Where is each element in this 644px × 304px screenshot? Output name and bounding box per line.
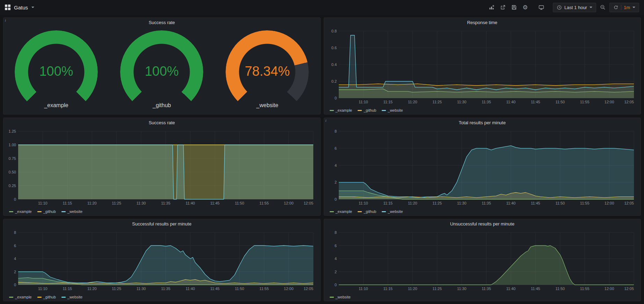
dashboard-grid: i Success rate 100% _example 100% _githu… bbox=[0, 15, 644, 304]
svg-text:0.2: 0.2 bbox=[331, 79, 336, 83]
chevron-down-icon bbox=[632, 7, 635, 8]
panel-title[interactable]: Unsuccessful results per minute bbox=[324, 219, 641, 229]
successful-results-chart[interactable]: 0246811:1011:1511:2011:2511:3011:3511:40… bbox=[6, 229, 318, 293]
svg-text:11:30: 11:30 bbox=[137, 287, 146, 291]
cycle-view-mode-button[interactable] bbox=[537, 3, 546, 12]
chart-svg: 0246811:1011:1511:2011:2511:3011:3511:40… bbox=[6, 229, 318, 292]
time-range-label: Last 1 hour bbox=[564, 5, 587, 10]
total-results-chart[interactable]: 0246811:1011:1511:2011:2511:3011:3511:40… bbox=[326, 128, 639, 208]
svg-text:2: 2 bbox=[334, 270, 336, 274]
legend: _website bbox=[324, 293, 641, 301]
svg-text:11:35: 11:35 bbox=[482, 201, 491, 205]
legend-item[interactable]: _website bbox=[61, 295, 82, 299]
time-range-picker[interactable]: Last 1 hour bbox=[553, 3, 596, 12]
legend-series-name: _website bbox=[67, 209, 82, 214]
dashboard-settings-button[interactable]: ⚙ bbox=[521, 3, 530, 12]
chevron-down-icon bbox=[31, 7, 34, 8]
legend-item[interactable]: _github bbox=[358, 108, 376, 112]
legend-item[interactable]: _example bbox=[330, 209, 352, 214]
svg-text:11:25: 11:25 bbox=[112, 287, 121, 291]
svg-text:11:25: 11:25 bbox=[112, 201, 121, 205]
dashboard-title: Gatus bbox=[14, 5, 28, 10]
legend-item[interactable]: _website bbox=[382, 108, 403, 112]
svg-text:2: 2 bbox=[334, 180, 336, 184]
svg-text:0.4: 0.4 bbox=[331, 62, 336, 67]
svg-text:11:45: 11:45 bbox=[530, 201, 540, 205]
gauge-row: 100% _example 100% _github 78.34% _websi… bbox=[3, 28, 320, 114]
gauge-value: 78.34% bbox=[226, 64, 309, 79]
svg-text:0.8: 0.8 bbox=[331, 29, 336, 33]
panel-title[interactable]: Successful results per minute bbox=[3, 219, 320, 229]
legend-item[interactable]: _example bbox=[9, 295, 32, 299]
zoom-out-time-button[interactable] bbox=[598, 3, 607, 12]
svg-text:1.00: 1.00 bbox=[9, 143, 16, 147]
gauge-label: _example bbox=[44, 102, 68, 109]
gear-icon: ⚙ bbox=[522, 5, 528, 10]
legend-item[interactable]: _website bbox=[330, 295, 351, 299]
svg-text:11:45: 11:45 bbox=[210, 287, 220, 291]
svg-text:11:50: 11:50 bbox=[555, 100, 565, 104]
chart-svg: 00.20.40.60.811:1011:1511:2011:2511:3011… bbox=[326, 28, 639, 105]
svg-text:0.75: 0.75 bbox=[9, 156, 16, 161]
legend-item[interactable]: _website bbox=[61, 209, 82, 214]
legend-series-name: _example bbox=[336, 108, 352, 112]
success-rate-chart[interactable]: 00.250.500.751.001.2511:1011:1511:2011:2… bbox=[6, 128, 318, 208]
legend-item[interactable]: _github bbox=[37, 295, 56, 299]
clock-icon bbox=[557, 5, 562, 10]
svg-text:11:10: 11:10 bbox=[359, 287, 368, 291]
svg-text:2: 2 bbox=[14, 270, 16, 274]
svg-text:11:20: 11:20 bbox=[408, 287, 417, 291]
info-icon[interactable]: i bbox=[325, 118, 327, 123]
gauge-website: 78.34% _website bbox=[226, 30, 309, 109]
chevron-down-icon bbox=[590, 7, 592, 8]
svg-text:11:30: 11:30 bbox=[457, 201, 466, 205]
gauge-label: _github bbox=[153, 102, 171, 109]
legend-item[interactable]: _example bbox=[330, 108, 352, 112]
svg-text:0: 0 bbox=[14, 283, 16, 287]
svg-text:0: 0 bbox=[334, 197, 336, 201]
add-panel-button[interactable] bbox=[487, 3, 496, 12]
legend-series-name: _github bbox=[364, 108, 376, 112]
svg-text:0: 0 bbox=[334, 96, 336, 100]
response-time-chart[interactable]: 00.20.40.60.811:1011:1511:2011:2511:3011… bbox=[326, 28, 639, 106]
svg-text:11:40: 11:40 bbox=[506, 201, 515, 205]
svg-text:11:40: 11:40 bbox=[506, 100, 515, 104]
refresh-picker[interactable]: 1m bbox=[609, 3, 639, 12]
panel-response-time: Response time 00.20.40.60.811:1011:1511:… bbox=[324, 17, 641, 114]
panel-title[interactable]: Response time bbox=[324, 18, 641, 28]
svg-text:11:35: 11:35 bbox=[161, 287, 170, 291]
svg-text:11:55: 11:55 bbox=[580, 201, 589, 205]
svg-text:11:30: 11:30 bbox=[137, 201, 146, 205]
panel-title[interactable]: Success rate bbox=[3, 18, 320, 28]
svg-text:8: 8 bbox=[14, 230, 16, 235]
refresh-interval-label: 1m bbox=[624, 5, 630, 10]
unsuccessful-results-chart[interactable]: 0246811:1011:1511:2011:2511:3011:3511:40… bbox=[326, 229, 639, 293]
dashboard-title-button[interactable]: Gatus bbox=[5, 5, 34, 10]
panel-success-rate-timeseries: Success rate 00.250.500.751.001.2511:101… bbox=[3, 118, 321, 216]
svg-text:11:25: 11:25 bbox=[432, 287, 442, 291]
add-panel-icon bbox=[489, 5, 495, 10]
legend-item[interactable]: _github bbox=[358, 209, 376, 214]
info-icon[interactable]: i bbox=[5, 18, 6, 22]
legend-item[interactable]: _github bbox=[37, 209, 56, 214]
chart-svg: 0246811:1011:1511:2011:2511:3011:3511:40… bbox=[326, 229, 639, 292]
legend-series-name: _github bbox=[364, 209, 376, 214]
save-dashboard-button[interactable] bbox=[510, 3, 519, 12]
save-icon bbox=[511, 5, 517, 10]
svg-text:11:30: 11:30 bbox=[457, 100, 466, 104]
share-dashboard-button[interactable] bbox=[498, 3, 507, 12]
panel-title[interactable]: Success rate bbox=[3, 118, 320, 128]
chart-svg: 0246811:1011:1511:2011:2511:3011:3511:40… bbox=[326, 128, 639, 206]
divider bbox=[621, 5, 621, 10]
panel-title[interactable]: Total results per minute bbox=[324, 118, 641, 128]
svg-text:4: 4 bbox=[334, 257, 336, 261]
svg-text:6: 6 bbox=[14, 244, 16, 248]
svg-text:11:45: 11:45 bbox=[210, 201, 220, 205]
svg-text:11:40: 11:40 bbox=[186, 201, 195, 205]
svg-text:11:40: 11:40 bbox=[506, 287, 515, 291]
svg-text:11:50: 11:50 bbox=[235, 201, 244, 205]
legend-item[interactable]: _example bbox=[9, 209, 32, 214]
legend-item[interactable]: _website bbox=[382, 209, 403, 214]
svg-text:12:00: 12:00 bbox=[284, 201, 294, 205]
legend: _example_github_website bbox=[324, 208, 641, 216]
